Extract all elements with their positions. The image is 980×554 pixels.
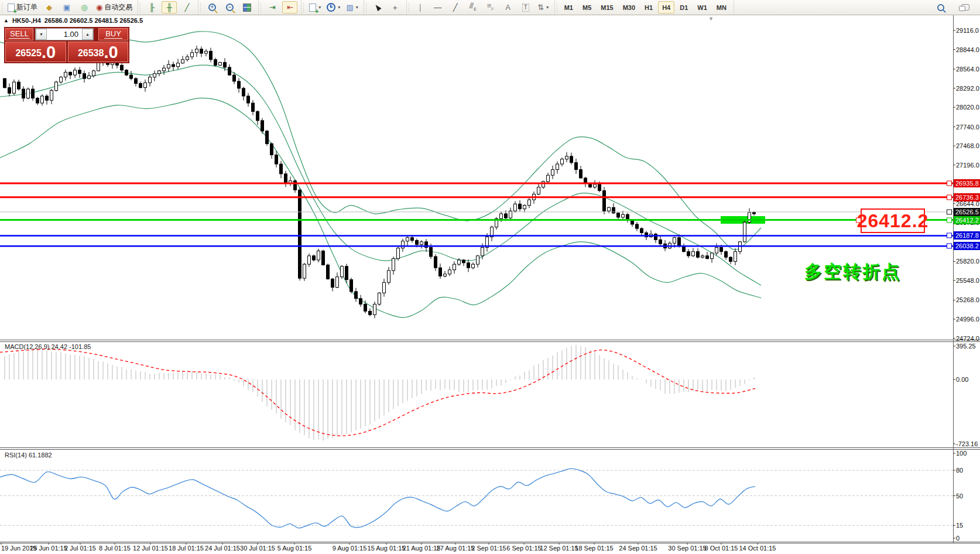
chevron-down-icon: ▾ — [338, 5, 340, 10]
market-button[interactable]: ◆ — [42, 1, 57, 13]
bar-chart-button-icon: ╟ — [149, 4, 155, 11]
periods-button[interactable]: ▾ — [325, 1, 342, 13]
line-chart-button[interactable]: ╱ — [179, 1, 194, 13]
hline-handle[interactable] — [947, 209, 952, 214]
chevron-down-icon: ▾ — [318, 5, 321, 10]
time-axis-label: 12 Jul 01:15 — [133, 545, 168, 552]
tf-mn[interactable]: MN — [712, 1, 731, 13]
hline-handle[interactable] — [947, 244, 952, 249]
zoom-out-button-icon: − — [226, 4, 234, 11]
zoom-out-button[interactable]: − — [222, 1, 237, 13]
bollinger-bands — [0, 32, 761, 317]
price-annotation-label[interactable]: 26412.2 — [861, 208, 925, 233]
horizontal-line-button[interactable]: ― — [430, 1, 446, 13]
candlestick-chart-button[interactable]: ╫ — [162, 1, 177, 13]
trendline-button[interactable]: ╱ — [448, 1, 463, 13]
sell-price-main: 26525 — [15, 46, 42, 61]
rsi-line — [0, 468, 755, 528]
vertical-line-button-icon: ｜ — [416, 4, 424, 11]
time-axis-label: 24 Sep 01:15 — [619, 545, 657, 552]
candlestick-chart-button-icon: ╫ — [167, 4, 172, 11]
hline-handle[interactable] — [947, 194, 952, 200]
new-order-button[interactable]: +新订单 — [6, 1, 39, 13]
text-button[interactable]: A — [501, 1, 516, 13]
text-label-button[interactable]: T — [518, 1, 533, 13]
volume-decrease-button[interactable]: ▼ — [36, 29, 47, 40]
time-axis-label: 9 Aug 01:15 — [333, 545, 367, 552]
trade-panel-toggle-icon[interactable]: ▲ — [4, 18, 9, 23]
macd-axis-label: -723.16 — [956, 440, 978, 447]
time-axis-label: 8 Jul 01:15 — [99, 545, 131, 552]
zoom-in-button[interactable]: + — [204, 1, 220, 13]
line-chart-button-icon: ╱ — [184, 4, 189, 11]
chat-button[interactable] — [958, 1, 973, 13]
arrows-button[interactable]: ⇅▾ — [536, 1, 551, 13]
tf-m30[interactable]: M30 — [619, 1, 639, 13]
crosshair-button[interactable]: ＋ — [388, 1, 403, 13]
chart-title: ▲ HK50-,H4 26586.0 26602.5 26481.5 26526… — [4, 17, 143, 24]
time-axis-label: 18 Sep 01:15 — [575, 545, 613, 552]
time-axis-label: 5 Aug 01:15 — [277, 545, 312, 552]
tf-m5[interactable]: M5 — [578, 1, 595, 13]
macd-axis-label: 0.00 — [956, 376, 968, 383]
toolbar-group: M1M5M15M30H1H4D1W1MN — [555, 0, 734, 15]
hline-handle[interactable] — [947, 180, 952, 186]
sell-button[interactable]: SELL — [5, 28, 33, 40]
new-order-button-label: 新订单 — [16, 2, 37, 12]
tf-h4[interactable]: H4 — [658, 1, 674, 13]
tf-d1[interactable]: D1 — [676, 1, 692, 13]
indicators-button[interactable]: +▾ — [307, 1, 323, 13]
auto-scroll-button[interactable]: ⇥ — [265, 1, 280, 13]
rsi-axis-label: 100 — [956, 450, 967, 457]
buy-button[interactable]: BUY — [98, 28, 128, 40]
chevron-down-icon: ▾ — [356, 5, 358, 10]
cursor-button[interactable] — [370, 1, 385, 13]
price-axis-tick: 25268.0 — [956, 296, 979, 303]
ohlc-values: 26586.0 26602.5 26481.5 26526.5 — [44, 17, 143, 24]
hline-handle[interactable] — [947, 217, 952, 223]
sell-price-frac: .0 — [42, 44, 56, 61]
price-tag: 26187.8 — [954, 231, 980, 240]
time-axis-label: 30 Jul 01:15 — [240, 545, 275, 552]
time-axis-label: 14 Oct 01:15 — [739, 545, 776, 552]
time-axis-label: 21 Aug 01:15 — [403, 545, 441, 552]
volume-increase-button[interactable]: ▲ — [82, 29, 93, 40]
price-axis-tick: 27468.0 — [956, 142, 979, 149]
channel-button[interactable]: ⫻E — [465, 1, 481, 13]
charts-window-button[interactable]: ▣ — [59, 1, 74, 13]
autotrading-button[interactable]: ◉自动交易 — [94, 1, 134, 13]
tile-windows-button[interactable] — [239, 1, 255, 13]
buy-price-main: 26538 — [78, 46, 104, 61]
search-button[interactable] — [933, 1, 948, 13]
candles — [4, 46, 756, 319]
bar-chart-button[interactable]: ╟ — [144, 1, 159, 13]
price-axis-tick: 28844.0 — [956, 46, 979, 53]
volume-input[interactable]: 1.00 — [47, 29, 82, 40]
rsi-level-lines — [0, 470, 953, 525]
price-tag: 26736.3 — [954, 193, 980, 201]
vertical-line-button[interactable]: ｜ — [413, 1, 428, 13]
time-axis-label: 2 Sep 01:15 — [471, 545, 506, 552]
tf-m15[interactable]: M15 — [597, 1, 617, 13]
templates-button[interactable]: ▨▾ — [344, 1, 359, 13]
time-axis-label: 18 Jul 01:15 — [169, 545, 204, 552]
chart-shift-marker-icon: ▼ — [708, 16, 714, 22]
tf-h1[interactable]: H1 — [640, 1, 657, 13]
tf-m1[interactable]: M1 — [560, 1, 577, 13]
hline-handle[interactable] — [947, 233, 952, 238]
sell-price-button[interactable]: 26525.0 — [5, 42, 66, 62]
price-tag: 26935.8 — [954, 179, 980, 187]
horizontal-line-button-icon: ― — [434, 4, 441, 11]
crosshair-button-icon: ＋ — [391, 4, 399, 11]
tf-w1[interactable]: W1 — [693, 1, 711, 13]
time-axis-label: 30 Sep 01:15 — [668, 545, 706, 552]
buy-price-button[interactable]: 26538.0 — [68, 42, 129, 62]
price-axis-tick: 27740.0 — [956, 124, 979, 131]
chart-shift-button[interactable]: ⇤ — [282, 1, 297, 13]
chart-shift-button-icon: ⇤ — [287, 4, 293, 11]
signals-button[interactable]: ◎ — [77, 1, 92, 13]
arrows-button-icon: ⇅ — [537, 4, 544, 11]
fibonacci-button[interactable]: ≡F — [483, 1, 498, 13]
toolbar-group: +新订单◆▣◎◉自动交易 — [0, 0, 138, 15]
rsi-axis-label: 80 — [956, 467, 963, 474]
